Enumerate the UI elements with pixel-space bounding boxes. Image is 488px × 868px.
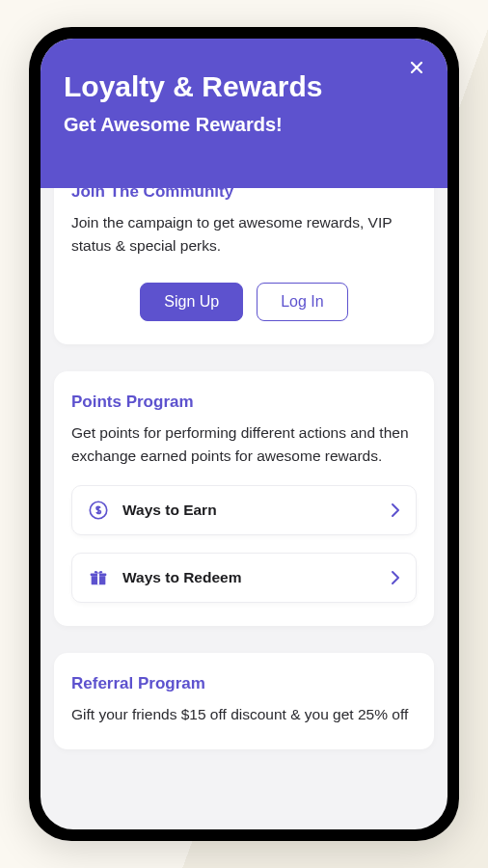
- points-title: Points Program: [71, 393, 417, 412]
- gift-icon: [88, 567, 109, 588]
- page-title: Loyalty & Rewards: [64, 69, 424, 104]
- chevron-right-icon: [391, 502, 400, 518]
- dollar-circle-icon: [88, 500, 109, 521]
- points-card: Points Program Get points for performing…: [54, 371, 434, 626]
- close-button[interactable]: [407, 58, 426, 77]
- ways-to-redeem-label: Ways to Redeem: [122, 569, 377, 586]
- ways-to-redeem-row[interactable]: Ways to Redeem: [71, 553, 417, 603]
- signup-button[interactable]: Sign Up: [140, 283, 243, 321]
- join-card: Join The Community Join the campaign to …: [54, 161, 434, 344]
- referral-title: Referral Program: [71, 674, 417, 693]
- page-subtitle: Get Awesome Rewards!: [64, 114, 424, 136]
- screen: Loyalty & Rewards Get Awesome Rewards! J…: [41, 39, 447, 829]
- chevron-right-icon: [391, 570, 400, 585]
- device-frame: Loyalty & Rewards Get Awesome Rewards! J…: [29, 27, 459, 841]
- auth-button-row: Sign Up Log In: [71, 283, 417, 321]
- join-desc: Join the campaign to get awesome rewards…: [71, 211, 417, 258]
- referral-desc: Gift your friends $15 off discount & you…: [71, 703, 417, 726]
- close-icon: [411, 62, 422, 73]
- header: Loyalty & Rewards Get Awesome Rewards!: [41, 39, 447, 188]
- svg-rect-3: [97, 573, 99, 584]
- ways-to-earn-row[interactable]: Ways to Earn: [71, 485, 417, 535]
- content-body: Join The Community Join the campaign to …: [41, 161, 447, 829]
- referral-card: Referral Program Gift your friends $15 o…: [54, 653, 434, 749]
- ways-to-earn-label: Ways to Earn: [122, 502, 377, 519]
- login-button[interactable]: Log In: [257, 283, 347, 321]
- points-desc: Get points for performing different acti…: [71, 421, 417, 468]
